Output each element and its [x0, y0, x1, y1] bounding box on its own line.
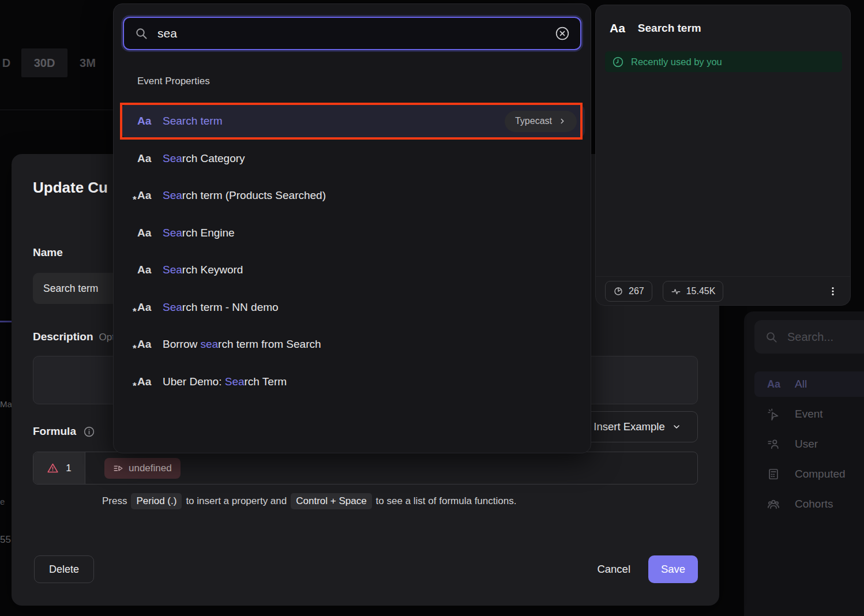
time-range-tabs: D 30D 3M — [0, 48, 108, 77]
text-property-icon: Aa* — [137, 375, 155, 388]
text-property-icon: Aa* — [137, 338, 155, 351]
text-property-icon: Aa* — [137, 227, 155, 239]
sidebar-item-label: Cohorts — [795, 498, 833, 510]
property-search-popover: Event Properties Aa* Search term Typecas… — [113, 3, 591, 453]
property-name: Borrow search term from Search — [163, 338, 321, 351]
search-icon — [765, 330, 778, 344]
property-title: Search term — [638, 22, 701, 35]
property-results-list: Aa* Search term Typecast Aa* Search Cate… — [121, 104, 585, 402]
formula-hint: Press Period (.) to insert a property an… — [102, 493, 516, 509]
property-name: Search Engine — [163, 227, 235, 239]
pie-chart-icon — [613, 286, 623, 296]
property-name: Search term — [163, 115, 222, 127]
property-type-sidebar: AaAllEventUserComputedCohorts — [744, 311, 864, 616]
info-icon[interactable] — [83, 426, 95, 438]
property-result-row[interactable]: Aa* Search Keyword — [121, 253, 585, 287]
time-tab-3m[interactable]: 3M — [67, 48, 108, 77]
formula-error-indicator[interactable]: 1 — [33, 452, 85, 484]
property-name: Search Keyword — [163, 264, 243, 276]
user-icon — [767, 438, 780, 450]
text-property-icon: Aa* — [137, 152, 155, 165]
text-property-icon: Aa* — [137, 264, 155, 276]
kbd-control-space: Control + Space — [291, 493, 371, 509]
save-button[interactable]: Save — [648, 555, 698, 583]
typecast-token-icon — [113, 463, 123, 474]
custom-property-star: * — [133, 194, 137, 206]
sidebar-item-label: Computed — [795, 468, 846, 480]
property-result-row[interactable]: Aa* Search term - NN demo — [121, 291, 585, 324]
circle-x-icon — [555, 26, 570, 41]
sidebar-item-label: Event — [795, 408, 823, 420]
sidebar-item-label: All — [795, 378, 807, 390]
sidebar-search-box — [754, 320, 864, 354]
clock-icon — [612, 56, 624, 68]
property-result-row[interactable]: Aa* Borrow search term from Search — [121, 328, 585, 361]
recently-used-label: Recently used by you — [631, 57, 722, 67]
computed-icon — [767, 468, 780, 480]
name-label: Name — [33, 246, 63, 259]
kbd-period: Period (.) — [131, 493, 182, 509]
more-options-button[interactable] — [825, 283, 841, 299]
chevron-down-icon — [672, 422, 681, 431]
text-property-icon: Aa* — [137, 189, 155, 202]
stat-value: 15.45K — [686, 286, 716, 296]
property-result-row[interactable]: Aa* Search term Typecast — [121, 104, 585, 138]
custom-property-star: * — [133, 306, 137, 318]
property-result-row[interactable]: Aa* Search term (Products Searched) — [121, 179, 585, 212]
recently-used-badge: Recently used by you — [605, 51, 842, 72]
sidebar-item-user[interactable]: User — [754, 431, 864, 457]
event-icon — [767, 408, 780, 420]
property-detail-panel: Aa Search term Recently used by you 2671… — [595, 5, 851, 306]
formula-input[interactable]: undefined — [85, 452, 697, 484]
sidebar-filter-list: AaAllEventUserComputedCohorts — [754, 371, 864, 521]
custom-property-star: * — [133, 343, 137, 355]
sidebar-search-input[interactable] — [787, 330, 857, 344]
time-tab-30d[interactable]: 30D — [21, 48, 67, 77]
delete-button[interactable]: Delete — [34, 555, 94, 583]
clear-search-button[interactable] — [555, 26, 570, 41]
detail-header: Aa Search term — [610, 21, 701, 35]
activity-stat-pill[interactable]: 15.45K — [663, 281, 724, 302]
chevron-right-icon — [558, 117, 566, 125]
property-name: Search term - NN demo — [163, 301, 279, 314]
property-name: Uber Demo: Search Term — [163, 375, 287, 388]
modal-footer: Delete Cancel Save — [34, 555, 698, 583]
cancel-button[interactable]: Cancel — [597, 563, 630, 576]
sidebar-item-computed[interactable]: Computed — [754, 461, 864, 487]
chart-divider — [0, 110, 113, 110]
kebab-menu-icon — [827, 286, 839, 297]
formula-label: Formula — [33, 425, 95, 438]
error-count: 1 — [66, 463, 71, 474]
sidebar-item-label: User — [795, 438, 818, 450]
property-search-box — [123, 17, 581, 50]
warning-icon — [47, 462, 59, 474]
text-property-icon: Aa* — [137, 115, 155, 127]
sidebar-item-all[interactable]: AaAll — [754, 371, 864, 397]
property-result-row[interactable]: Aa* Uber Demo: Search Term — [121, 365, 585, 399]
search-icon — [134, 27, 148, 40]
axis-label-fragment: 55 — [0, 534, 11, 546]
text-property-icon: Aa* — [137, 301, 155, 314]
time-tab-cut[interactable]: D — [0, 48, 13, 77]
insert-example-button[interactable]: Insert Example — [577, 411, 698, 442]
axis-label-fragment: e — [0, 497, 5, 506]
text-property-icon: Aa — [767, 378, 781, 390]
undefined-property-token[interactable]: undefined — [104, 458, 181, 479]
stat-value: 267 — [629, 286, 644, 296]
sidebar-item-cohorts[interactable]: Cohorts — [754, 491, 864, 517]
sidebar-item-event[interactable]: Event — [754, 401, 864, 427]
property-result-row[interactable]: Aa* Search Engine — [121, 216, 585, 250]
pie-stat-pill[interactable]: 267 — [605, 281, 652, 302]
cohorts-icon — [767, 498, 780, 510]
property-search-input[interactable] — [157, 27, 555, 40]
property-result-row[interactable]: Aa* Search Category — [121, 142, 585, 175]
property-name: Search term (Products Searched) — [163, 189, 326, 202]
section-header-event-properties: Event Properties — [137, 76, 210, 87]
text-property-icon: Aa — [610, 21, 625, 35]
modal-title: Update Cu — [33, 179, 108, 197]
formula-editor-row: 1 undefined — [33, 452, 698, 484]
detail-footer: 26715.45K — [596, 276, 850, 305]
custom-property-star: * — [133, 381, 137, 392]
typecast-button[interactable]: Typecast — [505, 111, 577, 132]
activity-icon — [671, 286, 681, 296]
